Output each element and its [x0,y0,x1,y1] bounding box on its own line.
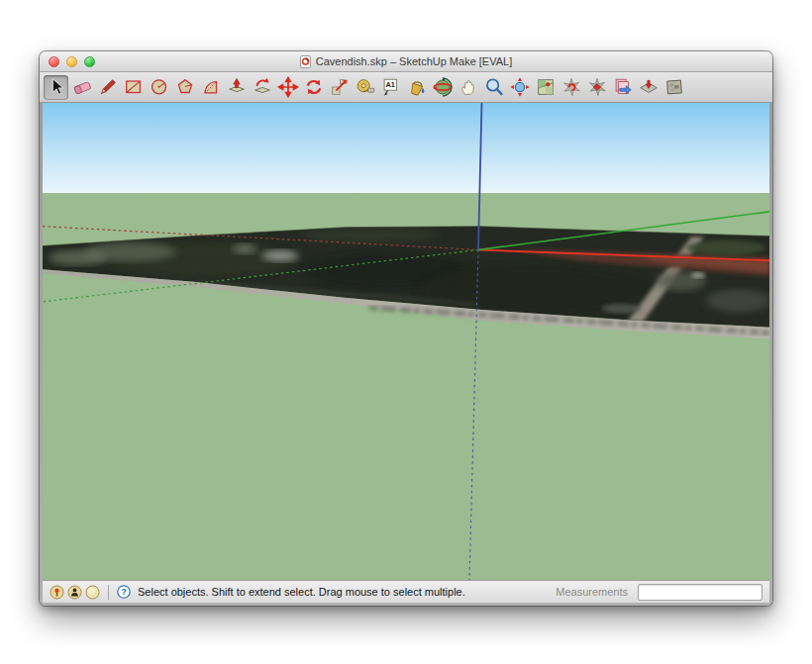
traffic-lights [49,56,95,67]
circle-icon [149,76,170,98]
tape-measure-icon [355,76,376,98]
photo-textures-tool-button[interactable] [661,75,686,100]
geolocation-icon[interactable] [50,585,64,600]
send-to-layout-tool-button[interactable] [610,75,635,100]
look-around-tool-button[interactable] [584,75,609,100]
text-icon: A1 [380,76,402,98]
position-camera-tool-button[interactable] [558,75,583,100]
pan-tool-button[interactable] [456,75,480,100]
status-medals [50,585,100,600]
scale-tool-button[interactable] [327,75,352,100]
account-icon[interactable] [67,585,82,600]
select-tool-button[interactable] [44,75,68,100]
window-content-frame: ? Select objects. Shift to extend select… [40,103,772,606]
zoom-tool-button[interactable] [481,75,506,100]
scale-icon [329,76,351,98]
svg-text:?: ? [121,587,127,597]
main-toolbar: A1 [40,72,772,103]
polygon-icon [174,76,196,98]
paint-bucket-tool-button[interactable] [404,75,429,100]
viewport-3d[interactable] [43,103,769,580]
add-location-tool-button[interactable] [533,75,558,100]
line-icon [97,76,119,98]
document-icon [300,55,311,68]
pan-icon [457,76,479,98]
select-icon [46,76,67,98]
orbit-tool-button[interactable] [430,75,455,100]
tape-measure-tool-button[interactable] [353,75,377,100]
orbit-icon [432,76,454,98]
credits-icon[interactable] [85,585,100,600]
toggle-terrain-tool-button[interactable] [636,75,660,100]
arc-icon [200,76,222,98]
look-around-icon [586,76,608,98]
rectangle-tool-button[interactable] [121,75,146,100]
status-divider [108,585,109,600]
sky [43,103,769,193]
push-pull-tool-button[interactable] [224,75,249,100]
polygon-tool-button[interactable] [172,75,197,100]
send-to-layout-icon [612,76,634,98]
follow-me-icon [252,76,273,98]
circle-tool-button[interactable] [147,75,171,100]
arc-tool-button[interactable] [198,75,223,100]
window-title: Cavendish.skp – SketchUp Make [EVAL] [316,55,513,67]
move-icon [277,76,299,98]
status-hint: Select objects. Shift to extend select. … [138,586,465,598]
position-camera-icon [560,76,582,98]
viewport-scene [43,103,769,580]
close-button[interactable] [49,56,59,67]
toggle-terrain-icon [638,76,660,98]
zoom-icon [483,76,505,98]
zoom-extents-icon [509,76,531,98]
eraser-tool-button[interactable] [69,75,94,100]
paint-bucket-icon [406,76,428,98]
add-location-icon [535,76,557,98]
zoom-extents-tool-button[interactable] [507,75,532,100]
rotate-tool-button[interactable] [301,75,326,100]
line-tool-button[interactable] [95,75,120,100]
photo-textures-icon [663,76,685,98]
rotate-icon [303,76,325,98]
app-window: Cavendish.skp – SketchUp Make [EVAL] A1 [40,51,772,606]
measurements-label: Measurements [556,586,628,598]
status-bar: ? Select objects. Shift to extend select… [43,580,769,603]
measurements-input[interactable] [638,584,762,601]
svg-text:A1: A1 [385,80,394,89]
push-pull-icon [226,76,248,98]
move-tool-button[interactable] [275,75,300,100]
title-bar[interactable]: Cavendish.skp – SketchUp Make [EVAL] [40,51,772,72]
eraser-icon [71,76,93,98]
minimize-button[interactable] [66,56,77,67]
window-title-area: Cavendish.skp – SketchUp Make [EVAL] [40,51,772,71]
help-icon[interactable]: ? [117,585,131,599]
text-tool-button[interactable]: A1 [378,75,403,100]
rectangle-icon [123,76,145,98]
follow-me-tool-button[interactable] [250,75,274,100]
zoom-window-button[interactable] [84,56,95,67]
